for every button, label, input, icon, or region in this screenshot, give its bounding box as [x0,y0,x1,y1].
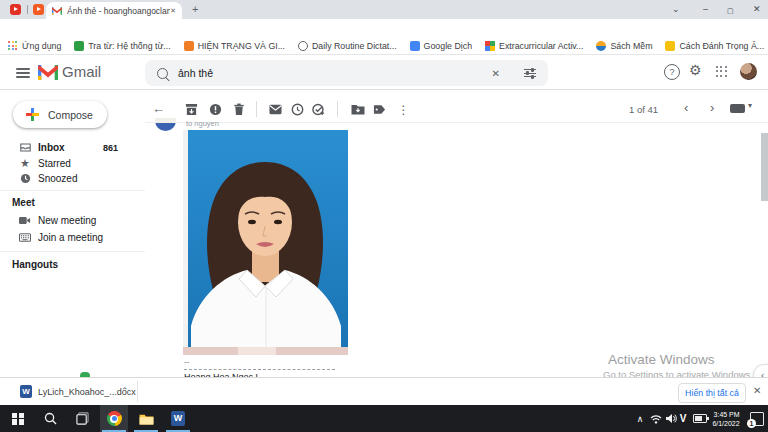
gmail-logo-icon [38,65,58,80]
star-icon: ★ [19,157,31,170]
sidebar-item-inbox[interactable]: Inbox 861 [0,140,140,155]
search-input[interactable]: ảnh thẻ [178,67,492,79]
bookmark-favicon [596,41,606,51]
browser-toolbar: ← → ⟳ mail.google.com/mail/u/0/?tab=rm&o… [0,19,768,38]
main-menu-icon[interactable] [16,68,30,78]
older-email-icon[interactable]: › [710,101,714,115]
bookmark-cach-danh[interactable]: Cách Đánh Trọng Â... [665,41,764,51]
id-photo-image[interactable] [183,130,348,355]
taskbar-search-button[interactable] [36,405,64,432]
taskbar-clock[interactable]: 3:45 PM6/1/2022 [706,405,746,432]
bookmark-hien-trang[interactable]: HIỆN TRẠNG VÀ GI... [184,41,285,51]
toolbar-separator [256,101,257,117]
clear-search-icon[interactable]: ✕ [492,68,500,79]
compose-button[interactable]: Compose [13,101,107,128]
search-options-icon[interactable] [524,68,536,78]
scrollbar-thumb[interactable] [761,133,768,201]
action-center-button[interactable]: 1 [746,405,768,432]
sidebar-item-join-meeting[interactable]: Join a meeting [0,230,140,245]
google-apps-icon[interactable] [716,66,728,78]
browser-tabstrip: Ảnh thẻ - hoanghoangoclan@g... ✕ + ⌄ – ▢… [0,0,768,19]
newer-email-icon[interactable]: ‹ [684,101,688,115]
apps-grid-icon [8,41,18,51]
settings-gear-icon[interactable]: ⚙ [689,62,702,78]
bookmark-favicon [74,41,84,51]
sender-avatar[interactable] [155,118,176,131]
bookmark-extracurricular[interactable]: Extracurricular Activ... [485,41,583,51]
activate-windows-line1: Activate Windows [608,352,715,367]
taskbar-chrome-button[interactable] [100,405,128,432]
sender-avatar-clip [155,118,176,131]
bookmark-apps[interactable]: Ứng dụng [8,41,61,51]
meet-section-header: Meet [12,197,35,208]
window-user-caret[interactable]: ⌄ [672,4,680,15]
task-view-icon [76,412,89,425]
keyboard-icon [19,233,31,242]
word-file-icon: W [20,385,32,398]
bookmarks-bar: Ứng dụng Tra từ: Hệ thống từ... HIỆN TRẠ… [0,38,768,55]
taskbar-word-button[interactable]: W [164,405,192,432]
bookmark-tra-tu[interactable]: Tra từ: Hệ thống từ... [74,41,170,51]
search-icon[interactable] [157,68,168,79]
bookmark-sach-mem[interactable]: Sách Mềm [596,41,652,51]
window-maximize-button[interactable]: ▢ [727,5,734,16]
chrome-icon [107,411,122,426]
gmail-logo-text: Gmail [62,63,101,80]
gmail-search-box[interactable]: ảnh thẻ ✕ [145,60,548,86]
report-spam-icon[interactable] [208,102,223,117]
snooze-icon[interactable] [290,102,305,117]
inbox-count: 861 [103,143,118,153]
labels-icon[interactable] [372,102,387,117]
active-tab[interactable]: Ảnh thẻ - hoanghoangoclan@g... ✕ [46,2,182,19]
bookmark-favicon [485,41,495,51]
pinned-tab-youtube-icon[interactable] [10,4,21,15]
windows-logo-icon [12,413,24,425]
gmail-profile-avatar[interactable] [740,63,757,80]
gmail-favicon [52,7,62,15]
add-to-tasks-icon[interactable] [311,102,326,117]
shelf-close-icon[interactable]: ✕ [753,385,761,396]
search-icon [44,412,57,425]
sidebar-item-new-meeting[interactable]: New meeting [0,213,140,228]
new-tab-button[interactable]: + [192,3,198,15]
more-options-icon[interactable]: ⋮ [396,102,411,117]
shelf-divider [137,381,138,402]
back-to-list-icon[interactable]: ← [152,101,165,116]
download-caret-icon[interactable]: ⌃ [121,386,129,396]
show-all-downloads-button[interactable]: Hiển thị tất cả [678,383,746,403]
signature-separator [184,369,335,370]
bookmark-favicon [665,41,675,51]
taskbar-explorer-button[interactable] [132,405,160,432]
tab-title: Ảnh thẻ - hoanghoangoclan@g... [67,6,170,16]
video-camera-icon [19,216,31,225]
input-tools-icon[interactable] [730,104,745,113]
start-button[interactable] [4,405,32,432]
translate-icon [410,41,420,51]
task-view-button[interactable] [68,405,96,432]
pagination-label: 1 of 41 [629,104,658,115]
delete-icon[interactable] [231,102,246,117]
word-icon: W [171,411,185,426]
window-close-button[interactable]: ✕ [753,4,761,15]
sidebar-item-snoozed[interactable]: Snoozed [0,171,140,186]
language-indicator[interactable]: V [676,405,690,432]
taskbar-date: 6/1/2022 [712,419,739,428]
tab-close-icon[interactable]: ✕ [170,7,176,15]
network-icon[interactable] [648,405,664,432]
compose-plus-icon [26,108,39,121]
input-tools-dropdown-icon[interactable]: ▾ [748,101,752,110]
signature-dashes: -- [184,357,189,366]
download-shelf: W LyLich_Khoahoc_...docx ⌃ Hiển thị tất … [0,377,768,405]
mark-unread-icon[interactable] [268,102,283,117]
archive-icon[interactable] [184,102,199,117]
bookmark-google-dich[interactable]: Google Dịch [410,41,472,51]
clock-icon [19,173,31,184]
tray-hidden-icons[interactable]: ∧ [633,405,647,432]
help-icon[interactable]: ? [664,64,680,80]
move-to-icon[interactable] [350,102,365,117]
recipient-line[interactable]: to nguyen [186,119,219,128]
window-minimize-button[interactable]: – [703,4,708,15]
pinned-tab-youtube2-icon[interactable] [33,4,44,15]
bookmark-daily-routine[interactable]: Daily Routine Dictat... [298,41,397,51]
sidebar-item-starred[interactable]: ★ Starred [0,156,140,171]
